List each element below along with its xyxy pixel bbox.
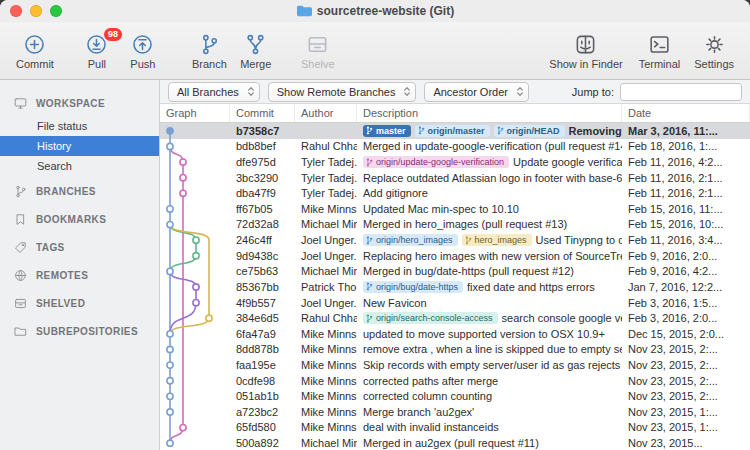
commit-date: Nov 23, 2015... [622, 435, 750, 450]
sidebar-section-shelved[interactable]: SHELVED [0, 288, 159, 316]
traffic-lights [10, 5, 62, 17]
bookmarks-icon [13, 212, 28, 227]
subrepositories-icon [13, 324, 28, 339]
sidebar-section-subrepositories[interactable]: SUBREPOSITORIES [0, 316, 159, 344]
commit-row[interactable]: a723bc2Mike Minns...Merge branch 'au2gex… [160, 404, 750, 420]
commit-row[interactable]: dfe975dTyler Tadej...origin/update-googl… [160, 154, 750, 170]
commit-date: Nov 23, 2015, 2:... [622, 342, 750, 358]
graph-cell [160, 295, 230, 311]
pull-count-badge: 98 [104, 28, 122, 41]
toolbar-shelve-button[interactable]: Shelve [301, 31, 335, 70]
graph-cell [160, 139, 230, 155]
commit-hash: 3bc3290 [230, 170, 295, 186]
toolbar-settings-button[interactable]: Settings [694, 31, 734, 70]
sidebar-section-label: TAGS [36, 242, 65, 253]
commit-description: Updated Mac min-spec to 10.10 [357, 201, 622, 217]
commit-row[interactable]: bdb8befRahul Chhab...Merged in update-go… [160, 139, 750, 155]
commit-row[interactable]: 384e6d5Rahul Chhab...origin/search-conso… [160, 310, 750, 326]
toolbar-push-button[interactable]: Push [126, 31, 160, 70]
commit-message: New Favicon [363, 297, 427, 309]
column-header-label: Author [301, 107, 333, 119]
commit-row[interactable]: b7358c7masterorigin/masterorigin/HEADRem… [160, 123, 750, 139]
toolbar-terminal-button[interactable]: Terminal [639, 31, 681, 70]
column-header-label: Graph [166, 107, 197, 119]
column-header-date[interactable]: Date [622, 104, 750, 122]
commit-hash: 0cdfe98 [230, 373, 295, 389]
commit-order-dropdown[interactable]: Ancestor Order [424, 82, 529, 102]
commit-row[interactable]: 72d32a8Michael Min...Merged in hero_imag… [160, 217, 750, 233]
commit-hash: 500a892 [230, 435, 295, 450]
commit-message: Merge branch 'au2gex' [363, 406, 474, 418]
sidebar-section-branches[interactable]: BRANCHES [0, 176, 159, 204]
sidebar-item-file-status[interactable]: File status [0, 116, 159, 136]
chevron-updown-icon [403, 86, 411, 97]
sidebar-item-search[interactable]: Search [0, 156, 159, 176]
commit-description: Add gitignore [357, 185, 622, 201]
branch-badge[interactable]: origin/hero_images [363, 234, 458, 246]
commit-row[interactable]: 6fa47a9Mike Minns...updated to move supp… [160, 326, 750, 342]
branch-badge[interactable]: origin/master [415, 125, 490, 137]
commit-row[interactable]: 246c4ffJoel Unger...origin/hero_imageshe… [160, 232, 750, 248]
column-header-author[interactable]: Author [295, 104, 357, 122]
finder-icon [573, 31, 598, 58]
commit-row[interactable]: 8dd878bMike Minns...remove extra , when … [160, 342, 750, 358]
toolbar-merge-button[interactable]: Merge [239, 31, 273, 70]
toolbar-pull-button[interactable]: Pull98 [80, 31, 114, 70]
commit-row[interactable]: 500a892Michael Min...Merged in au2gex (p… [160, 435, 750, 450]
commit-row[interactable]: 0cdfe98Mike Minns...corrected paths afte… [160, 373, 750, 389]
commit-author: Joel Unger... [295, 232, 357, 248]
branch-badge[interactable]: origin/search-console-access [363, 312, 498, 324]
window-title-text: sourcetree-website (Git) [317, 4, 454, 18]
graph-cell [160, 170, 230, 186]
commit-date: Feb 3, 2016, 2:0... [622, 310, 750, 326]
commit-row[interactable]: ff67b05Mike Minns...Updated Mac min-spec… [160, 201, 750, 217]
sidebar-section-remotes[interactable]: REMOTES [0, 260, 159, 288]
branch-badge[interactable]: origin/update-google-verification [363, 156, 509, 168]
branch-badge[interactable]: origin/HEAD [494, 125, 565, 137]
graph-cell [160, 404, 230, 420]
commit-row[interactable]: 85367bbPatrick Tho...origin/bug/date-htt… [160, 279, 750, 295]
toolbar-finder-button[interactable]: Show in Finder [549, 31, 622, 70]
commit-row[interactable]: dba47f9Tyler Tadej...Add gitignoreFeb 11… [160, 185, 750, 201]
commit-row[interactable]: faa195eMike Minns...Skip records with em… [160, 357, 750, 373]
close-window-button[interactable] [10, 5, 22, 17]
zoom-window-button[interactable] [50, 5, 62, 17]
commit-date: Nov 23, 2015, 1:... [622, 420, 750, 436]
sidebar-item-history[interactable]: History [0, 136, 159, 156]
minimize-window-button[interactable] [30, 5, 42, 17]
sidebar-section-bookmarks[interactable]: BOOKMARKS [0, 204, 159, 232]
commit-row[interactable]: 3bc3290Tyler Tadej...Replace outdated At… [160, 170, 750, 186]
column-header-graph[interactable]: Graph [160, 104, 230, 122]
branch-badge[interactable]: hero_images [462, 234, 532, 246]
commit-hash: bdb8bef [230, 139, 295, 155]
commit-row[interactable]: 051ab1bMike Minns...corrected column cou… [160, 388, 750, 404]
sidebar-section-tags[interactable]: TAGS [0, 232, 159, 260]
commit-row[interactable]: ce75b63Michael Min...Merged in bug/date-… [160, 263, 750, 279]
sidebar-section-label: BOOKMARKS [36, 214, 106, 225]
commit-date: Feb 18, 2016, 1:... [622, 139, 750, 155]
sidebar-section-workspace[interactable]: WORKSPACE [0, 88, 159, 116]
jump-to-input[interactable] [620, 83, 742, 101]
commit-message: remove extra , when a line is skipped du… [363, 343, 622, 355]
commit-message: updated to move supported version to OSX… [363, 328, 605, 340]
chevron-updown-icon [247, 86, 255, 97]
settings-icon [702, 31, 727, 58]
commit-row[interactable]: 4f9b557Joel Unger...New FaviconFeb 3, 20… [160, 295, 750, 311]
commit-message: Merged in bug/date-https (pull request #… [363, 265, 574, 277]
commit-row[interactable]: 65fd580Mike Minns...deal with invalid in… [160, 420, 750, 436]
toolbar-button-label: Branch [192, 58, 227, 70]
toolbar-branch-button[interactable]: Branch [192, 31, 227, 70]
commit-description: updated to move supported version to OSX… [357, 326, 622, 342]
toolbar-commit-button[interactable]: Commit [16, 31, 54, 70]
column-header-description[interactable]: Description [357, 104, 622, 122]
commit-author: Tyler Tadej... [295, 185, 357, 201]
commit-row[interactable]: 9d9438cJoel Unger...Replacing hero image… [160, 248, 750, 264]
terminal-icon [647, 31, 672, 58]
remote-branches-dropdown[interactable]: Show Remote Branches [268, 82, 417, 102]
sidebar-section-label: SHELVED [36, 298, 85, 309]
branch-filter-dropdown[interactable]: All Branches [168, 82, 260, 102]
branch-badge[interactable]: master [363, 125, 411, 137]
commit-message: deal with invalid instanceids [363, 421, 499, 433]
branch-badge[interactable]: origin/bug/date-https [363, 281, 463, 293]
column-header-commit[interactable]: Commit [230, 104, 295, 122]
